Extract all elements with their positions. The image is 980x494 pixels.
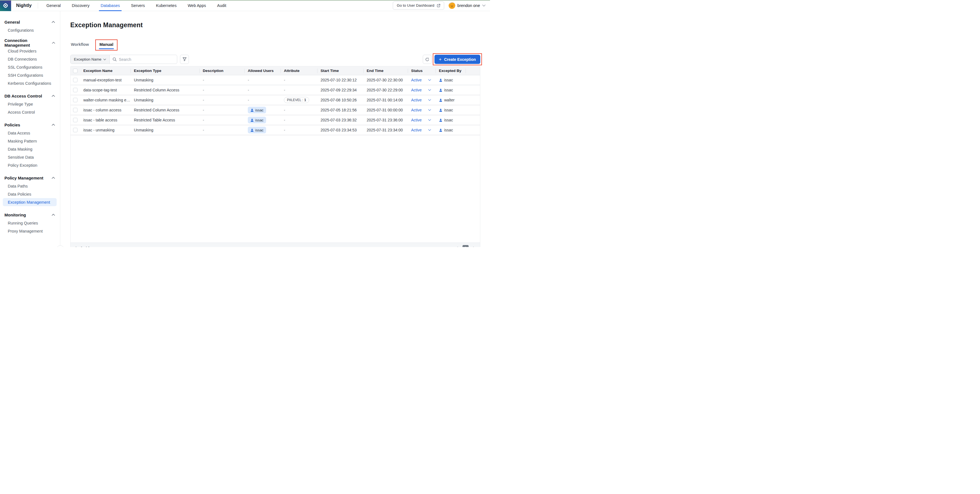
cell-checkbox <box>70 95 80 105</box>
nav-item-discovery[interactable]: Discovery <box>67 0 95 11</box>
sidebar-item-data-masking[interactable]: Data Masking <box>0 145 60 153</box>
refresh-icon <box>425 57 430 62</box>
chevron-down-icon[interactable] <box>428 89 431 91</box>
sidebar-item-ssl-configurations[interactable]: SSL Configurations <box>0 63 60 71</box>
cell-actions <box>466 85 480 95</box>
create-exception-button[interactable]: + Create Exception <box>434 55 480 64</box>
table-row[interactable]: issac - table accessRestricted Table Acc… <box>70 115 480 125</box>
sidebar-item-proxy-management[interactable]: Proxy Management <box>0 227 60 235</box>
sidebar-item-configurations[interactable]: Configurations <box>0 26 60 34</box>
row-checkbox[interactable] <box>73 108 78 112</box>
header-cell-exception-type: Exception Type <box>130 66 199 75</box>
user-icon <box>250 108 254 112</box>
nav-item-web-apps[interactable]: Web Apps <box>182 0 212 11</box>
cell-actions <box>466 75 480 85</box>
user-icon <box>439 108 442 112</box>
cell-status[interactable]: Active <box>408 75 436 85</box>
sidebar-item-cloud-providers[interactable]: Cloud Providers <box>0 47 60 55</box>
attribute-value: 1 <box>304 98 306 102</box>
allowed-user-badge: issac <box>248 117 266 123</box>
create-exception-wrap: + Create Exception <box>434 55 480 64</box>
select-all-checkbox[interactable] <box>73 69 78 73</box>
sidebar-section-header-policy-management[interactable]: Policy Management <box>0 174 60 182</box>
cell-actions <box>466 115 480 125</box>
user-menu[interactable]: brendon one <box>449 2 485 9</box>
next-page-icon[interactable] <box>472 247 476 247</box>
nav-item-general[interactable]: General <box>41 0 67 11</box>
sidebar-section-general: GeneralConfigurations <box>0 18 60 34</box>
chevron-down-icon[interactable] <box>428 129 431 131</box>
cell-actions <box>466 105 480 115</box>
sidebar-item-access-control[interactable]: Access Control <box>0 108 60 116</box>
page-number-button[interactable]: 1 <box>463 245 469 247</box>
refresh-button[interactable] <box>423 55 432 64</box>
cell-excepted-by: issac <box>436 105 466 115</box>
sidebar-item-sensitive-data[interactable]: Sensitive Data <box>0 153 60 161</box>
status-text: Active <box>411 98 422 102</box>
filter-button[interactable] <box>180 55 189 64</box>
sidebar-item-running-queries[interactable]: Running Queries <box>0 219 60 227</box>
sidebar-item-privilege-type[interactable]: Privilege Type <box>0 100 60 108</box>
table-row[interactable]: issac - column accessRestricted Column A… <box>70 105 480 115</box>
sidebar-section-header-db-access-control[interactable]: DB Access Control <box>0 92 60 100</box>
header-cell-actions <box>466 66 480 75</box>
cell-start-time: 2025-07-03 23:36:32 <box>317 115 363 125</box>
chevron-down-icon <box>482 5 485 7</box>
chevron-down-icon[interactable] <box>428 109 431 111</box>
table-row[interactable]: issac - unmaskingUnmasking-issac-2025-07… <box>70 125 480 135</box>
filter-field-dropdown[interactable]: Exception Name <box>70 55 110 64</box>
previous-page-icon[interactable] <box>455 247 459 247</box>
tab-workflow[interactable]: Workflow <box>70 42 89 51</box>
sidebar-item-data-access[interactable]: Data Access <box>0 129 60 137</box>
cell-end-time: 2025-07-31 23:34:00 <box>363 125 408 135</box>
sidebar-item-policy-exception[interactable]: Policy Exception <box>0 161 60 169</box>
cell-excepted-by: issac <box>436 125 466 135</box>
row-checkbox[interactable] <box>73 118 78 122</box>
sidebar-item-data-paths[interactable]: Data Paths <box>0 182 60 190</box>
chevron-down-icon[interactable] <box>428 119 431 121</box>
cell-status[interactable]: Active <box>408 95 436 105</box>
tab-manual[interactable]: Manual <box>99 42 114 51</box>
nav-item-kubernetes[interactable]: Kubernetes <box>150 0 182 11</box>
row-checkbox[interactable] <box>73 78 78 82</box>
nav-item-audit[interactable]: Audit <box>212 0 232 11</box>
sidebar-item-masking-pattern[interactable]: Masking Pattern <box>0 137 60 145</box>
row-checkbox[interactable] <box>73 98 78 102</box>
chevron-down-icon[interactable] <box>428 79 431 81</box>
nav-item-servers[interactable]: Servers <box>126 0 151 11</box>
row-checkbox[interactable] <box>73 88 78 92</box>
row-checkbox[interactable] <box>73 128 78 132</box>
app-logo[interactable] <box>0 0 11 11</box>
screen-top-edge-strip <box>0 0 490 0</box>
cell-actions <box>466 95 480 105</box>
sidebar-section-header-monitoring[interactable]: Monitoring <box>0 210 60 219</box>
cell-status[interactable]: Active <box>408 115 436 125</box>
go-to-user-dashboard-button[interactable]: Go to User Dashboard <box>393 2 444 10</box>
sidebar-section-header-general[interactable]: General <box>0 18 60 26</box>
header-cell-exception-name: Exception Name <box>80 66 130 75</box>
sidebar-item-data-policies[interactable]: Data Policies <box>0 190 60 198</box>
cell-status[interactable]: Active <box>408 105 436 115</box>
exception-name-text: issac - column access <box>83 105 121 115</box>
sidebar-item-kerberos-configurations[interactable]: Kerberos Configurations <box>0 79 60 87</box>
cell-checkbox <box>70 75 80 85</box>
nav-item-databases[interactable]: Databases <box>95 0 125 11</box>
cell-start-time: 2025-07-05 18:21:56 <box>317 105 363 115</box>
sidebar: GeneralConfigurationsConnection Manageme… <box>0 11 60 247</box>
cell-end-time: 2025-07-30 22:29:00 <box>363 85 408 95</box>
chevron-down-icon[interactable] <box>428 99 431 101</box>
sidebar-item-db-connections[interactable]: DB Connections <box>0 55 60 63</box>
main-content: Exception Management Workflow Manual Exc… <box>60 11 490 247</box>
table-row[interactable]: manual-exception-testUnmasking---2025-07… <box>70 75 480 85</box>
search-input[interactable] <box>119 57 174 62</box>
cell-status[interactable]: Active <box>408 125 436 135</box>
sidebar-item-exception-management[interactable]: Exception Management <box>3 198 57 206</box>
sidebar-section-header-policies[interactable]: Policies <box>0 121 60 129</box>
user-icon <box>439 118 442 122</box>
sidebar-section-header-connection-management[interactable]: Connection Management <box>0 38 60 47</box>
cell-status[interactable]: Active <box>408 85 436 95</box>
brand-name[interactable]: Nightly <box>16 3 32 8</box>
sidebar-item-ssh-configurations[interactable]: SSH Configurations <box>0 71 60 79</box>
table-row[interactable]: walter-column masking ex...Unmasking--PI… <box>70 95 480 105</box>
table-row[interactable]: data-scope-tag-testRestricted Column Acc… <box>70 85 480 95</box>
